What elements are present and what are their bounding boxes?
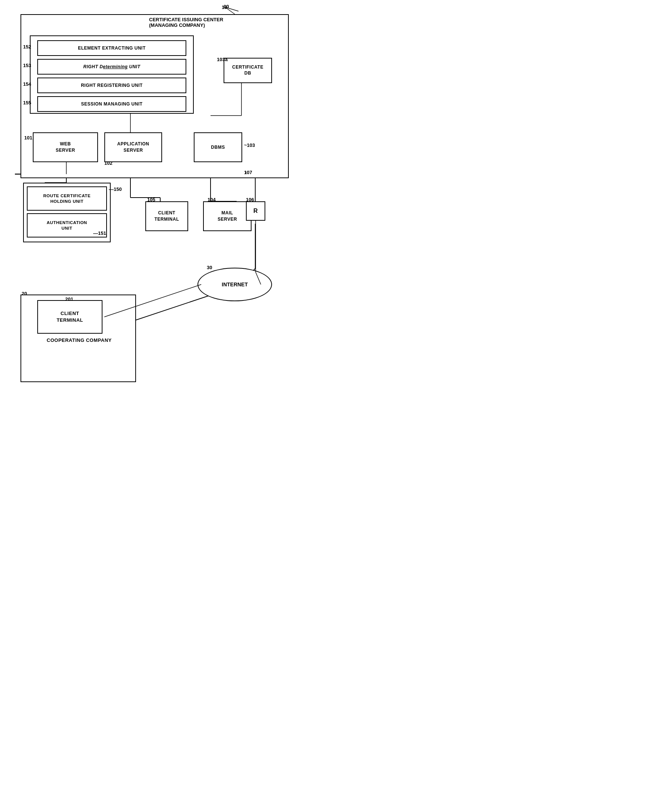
ref-103: ~103 [244,142,255,148]
dbms-box: DBMS [194,132,242,162]
right-determining-unit: RIGHT Determining UNIT [37,59,186,75]
cic-label-line2: (MANAGING COMPANY) [149,22,205,28]
internet-oval: INTERNET [197,268,272,301]
ref-107: 107 [244,170,252,175]
ref-105: 105 [147,197,155,203]
ref-150: —150 [109,186,122,192]
svg-line-24 [123,295,212,324]
session-managing-unit: SESSION MANAGING UNIT [37,96,186,112]
web-server-box: WEBSERVER [33,132,98,162]
right-registering-unit: RIGHT REGISTERING UNIT [37,78,186,93]
coop-client-terminal-box: CLIENTTERMINAL [37,300,103,334]
client-terminal-box: CLIENTTERMINAL [145,201,188,231]
ref-103a: 103a [217,57,228,62]
ref-152: 152 [23,44,31,50]
ref-151: —151 [93,230,106,236]
ref-154: 154 [23,81,31,87]
cic-label-line1: CERTIFICATE ISSUING CENTER [149,17,223,22]
ref-20: 20 [22,291,27,296]
ref-155: 155 [23,100,31,105]
ref-102: 102 [105,160,113,166]
router-box: R [246,201,265,221]
ref-106: 106 [246,197,254,203]
app-server-box: APPLICATIONSERVER [105,132,162,162]
route-cert-box: ROUTE CERTIFICATEHOLDING UNIT [27,186,107,211]
certificate-db-box: CERTIFICATEDB [224,58,272,83]
diagram-container: 10 10 CERTIFICATE ISSUING CENTER (MANAGI… [0,0,334,406]
ref-104: 104 [207,197,216,203]
cooperating-company-label: COOPERATING COMPANY [24,338,134,343]
ref-101: 101 [24,135,32,141]
ref-153: 153 [23,63,31,68]
ref-30: 30 [207,265,212,270]
ref-201: 201 [65,296,73,302]
element-extracting-unit: ELEMENT EXTRACTING UNIT [37,40,186,56]
cic-label: CERTIFICATE ISSUING CENTER (MANAGING COM… [149,17,223,28]
mail-server-box: MAILSERVER [203,201,252,231]
